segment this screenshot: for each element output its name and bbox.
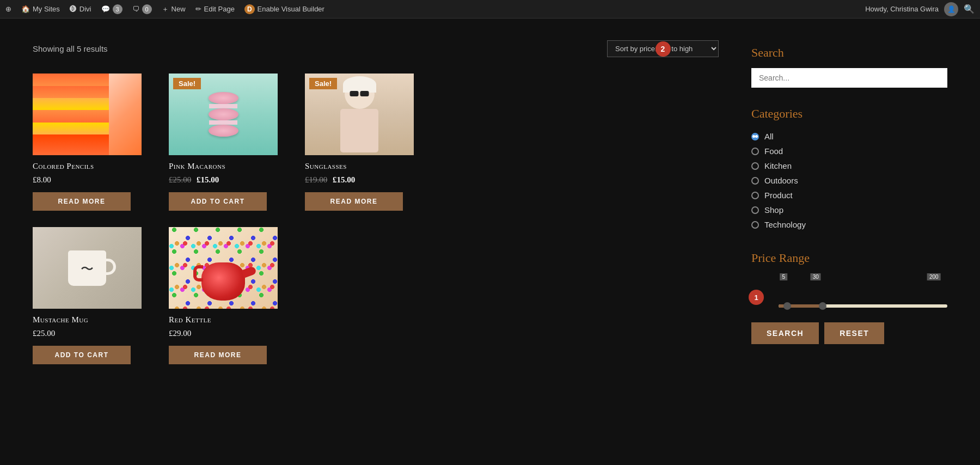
category-radio-product	[751, 192, 759, 199]
read-more-button-red-kettle[interactable]: READ MORE	[169, 346, 267, 364]
product-card-sunglasses: Sale!	[305, 74, 419, 211]
macaron-fill-2	[209, 120, 237, 125]
reset-button[interactable]: RESET	[824, 322, 884, 344]
slider-thumb-min[interactable]	[783, 302, 791, 310]
search-input[interactable]	[751, 68, 947, 88]
results-text: Showing all 5 results	[33, 44, 108, 53]
product-image-red-kettle[interactable]	[169, 227, 278, 309]
product-price-colored-pencils: £8.00	[33, 175, 147, 185]
search-button[interactable]: SEARCH	[751, 322, 819, 344]
slider-track-wrap[interactable]	[779, 301, 947, 311]
macaron-top	[209, 92, 238, 104]
category-item-outdoors[interactable]: Outdoors	[751, 173, 947, 188]
comments-link[interactable]: 💬 3	[101, 4, 122, 14]
sites-icon: 🏠	[21, 5, 30, 13]
admin-bar-right: Howdy, Christina Gwira 👤 🔍	[865, 2, 975, 16]
sort-controls: 2 Sort by price: low to high Sort by pri…	[607, 40, 719, 57]
category-item-product[interactable]: Product	[751, 188, 947, 203]
category-radio-outdoors	[751, 177, 759, 185]
product-card-colored-pencils: Colored Pencils £8.00 READ MORE	[33, 74, 147, 211]
pending-icon: 🗨	[132, 5, 139, 13]
divi-link[interactable]: 🅓 Divi	[70, 5, 91, 13]
product-name-colored-pencils: Colored Pencils	[33, 162, 147, 171]
sale-price-pink-macarons: £15.00	[197, 175, 219, 184]
edit-page-label: Edit Page	[204, 5, 235, 13]
main-content: Showing all 5 results 2 Sort by price: l…	[0, 19, 980, 386]
pending-badge: 0	[142, 4, 152, 14]
search-icon[interactable]: 🔍	[964, 4, 975, 14]
comment-icon: 💬	[101, 5, 110, 13]
category-item-all[interactable]: All	[751, 129, 947, 144]
new-link[interactable]: ＋ New	[162, 4, 186, 14]
pending-comments-link[interactable]: 🗨 0	[132, 4, 152, 14]
edit-page-link[interactable]: ✏ Edit Page	[195, 5, 235, 13]
divi-icon: 🅓	[70, 5, 77, 13]
categories-section: Categories All Food Kitchen	[751, 107, 947, 232]
my-sites-link[interactable]: 🏠 My Sites	[21, 5, 60, 13]
category-item-food[interactable]: Food	[751, 144, 947, 158]
enable-vb-link[interactable]: D Enable Visual Builder	[244, 4, 324, 14]
enable-vb-label: Enable Visual Builder	[258, 5, 324, 13]
product-card-pink-macarons: Sale! Pink Macarons £25.00 £15.	[169, 74, 283, 211]
search-section: Search	[751, 46, 947, 88]
plus-icon: ＋	[162, 4, 169, 14]
wp-logo: ⊕	[5, 5, 11, 13]
comments-badge: 3	[113, 4, 122, 14]
product-name-mustache-mug: Mustache Mug	[33, 315, 147, 325]
product-image-sunglasses[interactable]: Sale!	[305, 74, 414, 155]
product-card-mustache-mug: 〜 Mustache Mug £25.00 ADD TO CART	[33, 227, 147, 364]
product-name-pink-macarons: Pink Macarons	[169, 162, 283, 171]
sale-price-sunglasses: £15.00	[333, 175, 355, 184]
read-more-button-colored-pencils[interactable]: READ MORE	[33, 192, 131, 211]
product-grid: Colored Pencils £8.00 READ MORE Sale!	[33, 74, 719, 364]
product-price-pink-macarons: £25.00 £15.00	[169, 175, 283, 185]
slider-thumb-max[interactable]	[819, 302, 826, 310]
search-heading: Search	[751, 46, 947, 60]
product-image-pink-macarons[interactable]: Sale!	[169, 74, 278, 155]
kettle-body	[201, 262, 245, 301]
edit-icon: ✏	[195, 5, 201, 13]
category-label-food: Food	[764, 146, 783, 156]
macaron-bot	[209, 125, 238, 137]
macaron-fill-1	[209, 104, 237, 108]
original-price-sunglasses: £19.00	[305, 175, 327, 184]
wordpress-icon[interactable]: ⊕	[5, 5, 11, 13]
mug-handle	[106, 259, 116, 275]
price-badge: 1	[749, 290, 764, 305]
category-label-technology: Technology	[764, 220, 806, 229]
sale-badge-pink-macarons: Sale!	[173, 78, 201, 89]
add-to-cart-button-mustache-mug[interactable]: ADD TO CART	[33, 346, 131, 364]
product-image-colored-pencils[interactable]	[33, 74, 142, 155]
macaron-mid	[209, 108, 238, 120]
new-label: New	[171, 5, 186, 13]
product-name-sunglasses: Sunglasses	[305, 162, 419, 171]
product-price-red-kettle: £29.00	[169, 329, 283, 338]
products-area: Showing all 5 results 2 Sort by price: l…	[33, 40, 719, 364]
user-greeting: Howdy, Christina Gwira	[865, 5, 939, 13]
person-silhouette	[335, 79, 384, 150]
category-radio-shop	[751, 206, 759, 214]
add-to-cart-button-pink-macarons[interactable]: ADD TO CART	[169, 192, 267, 211]
product-price-sunglasses: £19.00 £15.00	[305, 175, 419, 185]
product-price-mustache-mug: £25.00	[33, 329, 147, 338]
price-current-num: 30	[811, 273, 821, 280]
category-label-product: Product	[764, 191, 793, 200]
results-header: Showing all 5 results 2 Sort by price: l…	[33, 40, 719, 57]
category-label-shop: Shop	[764, 205, 783, 215]
category-item-shop[interactable]: Shop	[751, 203, 947, 217]
avatar[interactable]: 👤	[944, 2, 958, 16]
sale-badge-sunglasses: Sale!	[309, 78, 337, 89]
product-name-red-kettle: Red Kettle	[169, 315, 283, 325]
category-label-outdoors: Outdoors	[764, 176, 798, 185]
price-range-section: Price Range 1 5 30 200	[751, 251, 947, 344]
slider-track	[779, 304, 947, 308]
read-more-button-sunglasses[interactable]: READ MORE	[305, 192, 403, 211]
category-item-kitchen[interactable]: Kitchen	[751, 158, 947, 173]
price-range-heading: Price Range	[751, 251, 947, 265]
sort-badge: 2	[656, 41, 671, 57]
category-label-all: All	[764, 132, 774, 141]
original-price-pink-macarons: £25.00	[169, 175, 191, 184]
kettle-handle	[193, 265, 203, 282]
product-image-mustache-mug[interactable]: 〜	[33, 227, 142, 309]
category-item-technology[interactable]: Technology	[751, 217, 947, 232]
